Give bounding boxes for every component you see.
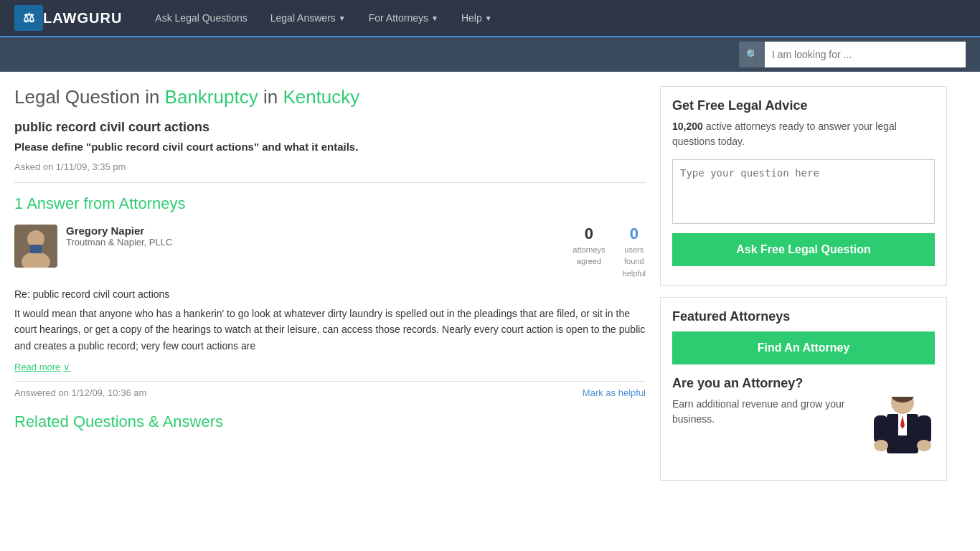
answer-text: It would mean that anyone who has a hank…: [14, 306, 646, 354]
mark-helpful-link[interactable]: Mark as helpful: [583, 387, 646, 398]
nav-for-attorneys[interactable]: For Attorneys ▼: [357, 0, 450, 36]
content-area: Legal Question in Bankruptcy in Kentucky…: [14, 86, 646, 492]
svg-point-14: [917, 440, 931, 451]
users-found-label: usersfoundhelpful: [623, 245, 646, 278]
answer-re: Re: public record civil court actions: [14, 288, 646, 300]
question-title: public record civil court actions: [14, 120, 646, 135]
attorney-info: Gregory Napier Troutman & Napier, PLLC: [66, 225, 564, 248]
nav-help[interactable]: Help ▼: [450, 0, 504, 36]
active-attorneys-text: 10,200 active attorneys ready to answer …: [672, 119, 935, 149]
question-textarea[interactable]: [672, 159, 935, 224]
navbar: ⚖ LAWGURU Ask Legal Questions Legal Answ…: [0, 0, 980, 36]
nav-ask-legal[interactable]: Ask Legal Questions: [143, 0, 258, 36]
dropdown-arrow: ▼: [339, 14, 346, 22]
attorney-promo: Earn additional revenue and grow your bu…: [672, 397, 935, 468]
state-link[interactable]: Kentucky: [283, 86, 359, 108]
get-advice-title: Get Free Legal Advice: [672, 98, 935, 113]
attorneys-agreed-count: 0: [573, 225, 605, 243]
dropdown-arrow: ▼: [485, 14, 492, 22]
attorney-photo: [14, 225, 57, 268]
attorney-name: Gregory Napier: [66, 225, 564, 237]
nav-links: Ask Legal Questions Legal Answers ▼ For …: [143, 0, 966, 36]
answer-card: Gregory Napier Troutman & Napier, PLLC 0…: [14, 225, 646, 398]
logo-icon: ⚖: [14, 5, 43, 31]
attorney-promo-text: Earn additional revenue and grow your bu…: [672, 397, 854, 427]
search-icon: 🔍: [746, 49, 758, 60]
answer-header: Gregory Napier Troutman & Napier, PLLC 0…: [14, 225, 646, 278]
search-container: 🔍: [739, 42, 966, 67]
are-you-attorney-section: Are you an Attorney? Earn additional rev…: [672, 376, 935, 468]
ask-free-question-button[interactable]: Ask Free Legal Question: [672, 233, 935, 266]
are-you-attorney-title: Are you an Attorney?: [672, 376, 935, 391]
dropdown-arrow: ▼: [431, 14, 438, 22]
main-container: Legal Question in Bankruptcy in Kentucky…: [0, 72, 980, 492]
read-more-link[interactable]: Read more ∨: [14, 362, 70, 372]
attorneys-agreed-stat: 0 attorneysagreed: [573, 225, 605, 267]
brand-logo[interactable]: ⚖ LAWGURU: [14, 5, 122, 31]
attorney-avatar: [14, 225, 57, 268]
nav-legal-answers[interactable]: Legal Answers ▼: [259, 0, 357, 36]
question-date: Asked on 1/11/09, 3:35 pm: [14, 161, 646, 183]
users-found-stat: 0 usersfoundhelpful: [623, 225, 646, 278]
svg-text:⚖: ⚖: [23, 11, 34, 25]
svg-point-13: [874, 440, 888, 451]
attorneys-agreed-label: attorneysagreed: [573, 245, 605, 265]
search-bar: 🔍: [0, 36, 980, 72]
search-button[interactable]: 🔍: [739, 42, 765, 67]
users-found-count: 0: [623, 225, 646, 243]
sidebar: Get Free Legal Advice 10,200 active atto…: [660, 86, 947, 492]
featured-title: Featured Attorneys: [672, 309, 935, 324]
page-title: Legal Question in Bankruptcy in Kentucky: [14, 86, 646, 108]
chevron-down-icon: ∨: [63, 362, 70, 372]
answered-date: Answered on 1/12/09, 10:36 am: [14, 387, 146, 398]
answer-stats: 0 attorneysagreed 0 usersfoundhelpful: [573, 225, 646, 278]
attorney-firm: Troutman & Napier, PLLC: [66, 237, 564, 248]
featured-attorneys-card: Featured Attorneys Find An Attorney Are …: [660, 297, 947, 481]
get-advice-card: Get Free Legal Advice 10,200 active atto…: [660, 86, 947, 286]
attorney-figure: [863, 397, 935, 468]
svg-rect-5: [30, 245, 42, 253]
attorney-silhouette: [867, 397, 931, 468]
answers-heading: 1 Answer from Attorneys: [14, 194, 646, 213]
answer-footer: Answered on 1/12/09, 10:36 am Mark as he…: [14, 381, 646, 398]
search-input[interactable]: [765, 42, 966, 67]
brand-name: LAWGURU: [43, 10, 122, 27]
category-link[interactable]: Bankruptcy: [165, 86, 258, 108]
related-heading: Related Questions & Answers: [14, 413, 646, 431]
find-attorney-button[interactable]: Find An Attorney: [672, 331, 935, 364]
question-body: Please define "public record civil court…: [14, 141, 646, 153]
